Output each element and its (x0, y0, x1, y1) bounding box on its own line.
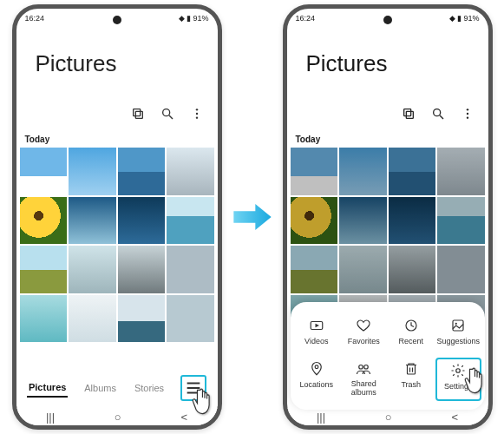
sheet-item-trash[interactable]: Trash (389, 358, 435, 401)
wifi-icon: ◆ (449, 14, 455, 23)
title-area: Pictures (16, 24, 218, 103)
thumbnail (437, 148, 485, 195)
nav-recent-icon[interactable]: ||| (46, 411, 55, 424)
thumbnail[interactable] (167, 197, 214, 245)
svg-point-29 (456, 369, 461, 373)
thumbnail[interactable] (20, 148, 68, 195)
sheet-item-suggestions[interactable]: Suggestions (435, 314, 481, 349)
phone-after: 16:24 ◆ ▮ 91% Pictures Today (283, 4, 493, 430)
thumbnail[interactable] (69, 148, 116, 195)
thumbnail[interactable] (20, 197, 68, 245)
more-icon[interactable] (461, 107, 475, 124)
thumbnail[interactable] (118, 295, 166, 343)
tab-albums[interactable]: Albums (82, 379, 118, 397)
page-title: Pictures (36, 50, 218, 77)
svg-point-17 (466, 116, 468, 118)
nav-back-icon[interactable]: < (451, 411, 458, 424)
thumbnail (389, 197, 436, 245)
thumbnail[interactable] (167, 246, 214, 293)
favorites-label: Favorites (348, 337, 380, 345)
svg-rect-1 (135, 111, 142, 118)
thumbnail (389, 246, 436, 293)
svg-point-2 (162, 109, 169, 116)
thumbnail[interactable] (20, 295, 68, 343)
thumbnail (389, 148, 436, 195)
nav-back-icon[interactable]: < (180, 411, 187, 424)
search-icon[interactable] (431, 107, 445, 124)
thumbnail (339, 246, 387, 293)
status-time: 16:24 (296, 14, 316, 23)
svg-marker-19 (315, 324, 319, 328)
menu-bottom-sheet: Videos Favorites Recent Suggestions Loca… (291, 302, 485, 410)
nav-home-icon[interactable]: ○ (115, 411, 121, 424)
thumbnail (291, 197, 338, 245)
trash-label: Trash (401, 380, 421, 389)
sheet-item-recent[interactable]: Recent (389, 314, 435, 349)
sheet-item-settings[interactable]: Settings (435, 358, 481, 401)
thumbnail (291, 246, 338, 293)
bottom-tabs: Pictures Albums Stories (16, 370, 218, 406)
thumbnail[interactable] (69, 197, 116, 245)
sheet-item-videos[interactable]: Videos (294, 314, 340, 349)
thumbnail (339, 148, 387, 195)
svg-point-6 (195, 116, 197, 118)
signal-icon: ▮ (457, 14, 461, 23)
tab-stories[interactable]: Stories (133, 379, 166, 397)
title-area: Pictures (287, 24, 488, 103)
nav-recent-icon[interactable]: ||| (317, 411, 325, 424)
svg-point-23 (315, 365, 318, 369)
section-today: Today (287, 131, 488, 148)
svg-line-14 (440, 115, 443, 119)
sheet-item-favorites[interactable]: Favorites (341, 314, 387, 349)
camera-hole (383, 16, 392, 24)
thumbnail[interactable] (69, 246, 116, 293)
menu-button[interactable] (180, 375, 206, 401)
svg-rect-26 (407, 365, 415, 375)
arrow-icon (231, 195, 274, 239)
svg-marker-10 (233, 204, 271, 230)
toolbar (16, 103, 218, 131)
settings-label: Settings (444, 382, 473, 391)
sheet-item-locations[interactable]: Locations (294, 358, 340, 401)
status-icons: ◆ ▮ 91% (449, 14, 479, 23)
thumbnail[interactable] (118, 246, 166, 293)
suggestions-label: Suggestions (436, 337, 480, 345)
sync-icon[interactable] (131, 107, 145, 124)
svg-line-3 (169, 115, 173, 119)
section-today: Today (16, 131, 218, 148)
photo-grid[interactable] (16, 148, 218, 342)
status-time: 16:24 (25, 14, 45, 23)
videos-label: Videos (304, 337, 328, 345)
recent-label: Recent (398, 337, 423, 345)
thumbnail[interactable] (167, 148, 214, 195)
svg-point-13 (433, 109, 440, 116)
svg-point-5 (195, 113, 197, 115)
thumbnail[interactable] (69, 295, 116, 343)
thumbnail[interactable] (118, 148, 166, 195)
search-icon[interactable] (160, 107, 174, 124)
toolbar (287, 103, 488, 131)
nav-home-icon[interactable]: ○ (385, 411, 392, 424)
tab-pictures[interactable]: Pictures (27, 378, 68, 398)
wifi-icon: ◆ (179, 14, 185, 23)
shared-label: Shared albums (341, 380, 387, 398)
svg-rect-12 (406, 111, 413, 118)
svg-point-24 (359, 365, 363, 370)
thumbnail[interactable] (167, 295, 214, 343)
thumbnail[interactable] (118, 197, 166, 245)
locations-label: Locations (299, 380, 333, 389)
sync-icon[interactable] (402, 107, 416, 124)
svg-rect-11 (403, 109, 410, 116)
battery-label: 91% (463, 14, 479, 23)
svg-point-15 (466, 108, 468, 110)
thumbnail (437, 246, 485, 293)
sheet-item-shared-albums[interactable]: Shared albums (341, 358, 387, 401)
status-icons: ◆ ▮ 91% (179, 14, 208, 23)
thumbnail (437, 197, 485, 245)
thumbnail[interactable] (20, 246, 68, 293)
android-navbar: ||| ○ < (287, 408, 488, 425)
page-title: Pictures (306, 50, 488, 77)
svg-point-16 (466, 113, 468, 115)
thumbnail (339, 197, 387, 245)
more-icon[interactable] (190, 107, 204, 124)
